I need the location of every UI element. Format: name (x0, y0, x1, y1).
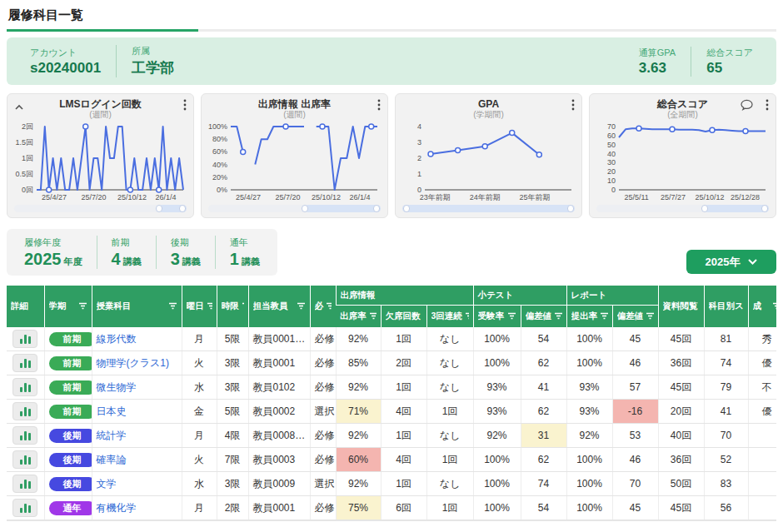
col-teacher[interactable]: 担当教員 (248, 286, 310, 327)
slider-selection[interactable] (305, 205, 381, 212)
cell-consecutive: なし (426, 327, 473, 351)
chart-range-slider[interactable] (14, 205, 187, 212)
filter-icon[interactable] (207, 301, 212, 311)
col-required[interactable]: 必 (310, 286, 336, 327)
cell-quiz-rate: 100% (473, 472, 521, 496)
slider-handle[interactable] (179, 205, 186, 212)
filter-icon[interactable] (554, 311, 562, 321)
summary-value: 4 (112, 250, 121, 268)
year-dropdown-button[interactable]: 2025年 (686, 250, 776, 274)
svg-text:25/10/12: 25/10/12 (117, 193, 147, 201)
cell-report-rate: 93% (566, 375, 612, 400)
filter-icon[interactable] (465, 311, 469, 321)
cell-absences: 1回 (381, 327, 426, 351)
bar-chart-icon (24, 407, 27, 416)
cell-course: 有機化学 (92, 496, 182, 520)
group-report: レポート (566, 286, 658, 306)
col-report-rate[interactable]: 提出率 (566, 306, 612, 328)
detail-button[interactable] (12, 354, 37, 372)
filter-icon[interactable] (507, 311, 516, 321)
col-report-dev[interactable]: 偏差値 (612, 306, 658, 328)
chart-range-slider[interactable] (402, 205, 575, 212)
slider-handle[interactable] (403, 205, 410, 212)
slider-handle[interactable] (567, 205, 574, 212)
slider-selection[interactable] (705, 205, 769, 212)
course-link[interactable]: 統計学 (97, 430, 127, 441)
svg-text:25/4/27: 25/4/27 (42, 193, 67, 201)
filter-icon[interactable] (326, 301, 332, 311)
cell-period: 3限 (217, 351, 248, 375)
cell-detail (7, 375, 44, 400)
col-period[interactable]: 時限 (217, 286, 248, 327)
course-link[interactable]: 確率論 (97, 454, 127, 465)
cell-quiz-dev: 62 (521, 351, 566, 375)
cell-consecutive: 1回 (426, 448, 473, 472)
cell-day: 月 (182, 424, 217, 448)
slider-handle[interactable] (373, 205, 380, 212)
course-link[interactable]: 日本史 (97, 405, 127, 417)
col-absences[interactable]: 欠席回数 (381, 306, 426, 328)
menu-dots-icon[interactable] (183, 99, 187, 114)
cell-grade: 優 (748, 400, 776, 424)
detail-button[interactable] (12, 426, 37, 445)
comment-bubble-icon[interactable] (741, 99, 753, 114)
cell-report-rate: 100% (566, 351, 612, 375)
filter-icon[interactable] (772, 301, 776, 311)
menu-dots-icon[interactable] (571, 99, 575, 114)
cell-absences: 4回 (381, 400, 426, 424)
chart-range-slider[interactable] (596, 205, 769, 212)
filter-icon[interactable] (600, 311, 608, 321)
col-subject-score[interactable]: 科目別ス (704, 286, 748, 327)
filter-icon[interactable] (646, 311, 654, 321)
cell-term: 後期 (44, 424, 92, 448)
menu-dots-icon[interactable] (377, 99, 381, 114)
cell-quiz-dev: 62 (521, 400, 566, 424)
course-link[interactable]: 有機化学 (97, 502, 137, 514)
detail-button[interactable] (12, 378, 37, 396)
detail-button[interactable] (12, 330, 37, 348)
cell-attendance-rate: 71% (336, 400, 381, 424)
menu-dots-icon[interactable] (766, 99, 769, 114)
course-link[interactable]: 文学 (97, 478, 117, 490)
slider-selection[interactable] (402, 205, 575, 212)
col-consecutive[interactable]: 3回連続 (426, 306, 473, 328)
col-term[interactable]: 学期 (44, 286, 92, 327)
cell-quiz-rate: 93% (473, 400, 521, 424)
filter-icon[interactable] (168, 301, 177, 311)
bar-chart-icon (24, 335, 27, 344)
col-course[interactable]: 授業科目 (92, 286, 182, 327)
cell-day: 金 (182, 400, 217, 424)
cell-quiz-rate: 100% (473, 327, 521, 351)
slider-handle[interactable] (302, 205, 308, 212)
col-quiz-dev[interactable]: 偏差値 (521, 306, 566, 328)
filter-icon[interactable] (297, 301, 306, 311)
filter-icon[interactable] (369, 311, 377, 321)
col-views[interactable]: 資料閲覧 (658, 286, 704, 327)
collapse-chevron-up-icon[interactable] (14, 99, 24, 114)
filter-icon[interactable] (242, 301, 244, 311)
svg-text:100%: 100% (208, 122, 227, 131)
cell-attendance-rate: 92% (336, 327, 381, 351)
title-underline (7, 29, 776, 32)
slider-handle[interactable] (761, 205, 768, 212)
col-day[interactable]: 曜日 (182, 286, 217, 327)
slider-handle[interactable] (156, 205, 162, 212)
course-link[interactable]: 線形代数 (97, 333, 137, 345)
course-link[interactable]: 微生物学 (97, 381, 137, 393)
summary-second-term: 後期 3講義 (156, 236, 215, 269)
col-attendance-rate[interactable]: 出席率 (336, 306, 381, 328)
cell-grade: 不 (748, 375, 776, 400)
cell-consecutive: なし (426, 375, 473, 400)
table-row: 前期線形代数月5限教員0001…必修92%1回なし100%54100%4545回… (7, 327, 776, 351)
bar-chart-icon (28, 457, 31, 465)
course-link[interactable]: 物理学(クラス1) (97, 357, 170, 369)
col-quiz-rate[interactable]: 受験率 (473, 306, 521, 328)
col-grade[interactable]: 成 (748, 286, 776, 327)
detail-button[interactable] (12, 402, 37, 420)
chart-range-slider[interactable] (208, 205, 381, 212)
table-row: 前期微生物学水3限教員0102必修92%1回なし93%4193%5745回79不 (7, 375, 776, 400)
detail-button[interactable] (12, 450, 37, 469)
filter-icon[interactable] (78, 301, 87, 311)
detail-button[interactable] (12, 499, 37, 517)
detail-button[interactable] (12, 475, 37, 493)
